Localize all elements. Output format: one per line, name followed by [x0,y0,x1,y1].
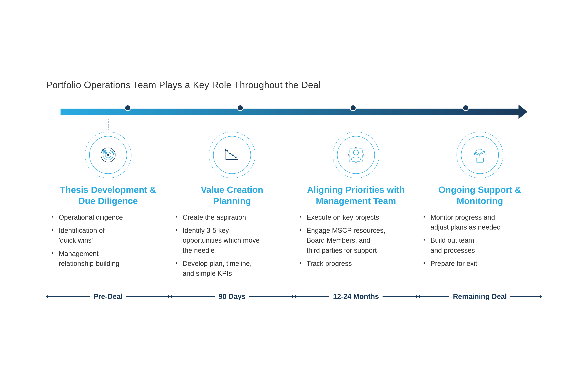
label-remaining: Remaining Deal [418,292,542,301]
bullet-2-1: Create the aspiration [176,212,289,222]
target-icon [98,145,118,165]
column-thesis: Thesis Development &Due Diligence Operat… [46,119,170,282]
svg-marker-28 [474,153,475,155]
label-pre-deal: Pre-Deal [46,292,170,301]
bullet-1-3: Managementrelationship-building [52,249,165,268]
svg-marker-21 [348,154,349,156]
label-line-right-3 [383,296,418,297]
connector-4 [480,119,480,130]
icon-outer-2 [209,132,255,178]
icon-inner-3 [337,136,375,174]
svg-point-11 [227,150,228,152]
label-line-left-1 [46,296,90,297]
icon-inner-2 [213,136,251,174]
svg-point-14 [235,157,236,158]
chart-icon [222,145,242,165]
bullet-list-4: Monitor progress andadjust plans as need… [423,212,536,272]
column-aligning: Aligning Priorities withManagement Team … [294,119,418,282]
plant-icon [470,145,490,165]
label-line-left-3 [294,296,329,297]
label-line-left-4 [418,296,449,297]
label-line-left-2 [170,296,215,297]
page-title: Portfolio Operations Team Plays a Key Ro… [46,79,542,90]
section-title-3: Aligning Priorities withManagement Team [307,184,405,207]
label-12-24: 12-24 Months [294,292,418,301]
label-line-right-4 [510,296,542,297]
svg-marker-10 [236,159,238,160]
bullet-4-1: Monitor progress andadjust plans as need… [423,212,536,232]
svg-marker-23 [363,154,364,156]
icon-outer-4 [457,132,503,178]
svg-marker-19 [355,162,357,163]
icon-outer-3 [333,132,379,178]
dots-overlay [60,105,533,111]
bullet-2-3: Develop plan, timeline,and simple KPIs [176,259,289,278]
bullet-3-3: Track progress [299,259,412,268]
connector-3 [356,119,356,130]
label-text-2: 90 Days [215,292,249,301]
timeline-dot-4 [463,105,469,111]
svg-point-15 [354,150,358,155]
label-90-days: 90 Days [170,292,294,301]
connector-1 [108,119,108,130]
bullet-4-2: Build out teamand processes [423,235,536,255]
column-value: Value CreationPlanning Create the aspira… [170,119,294,282]
label-line-right-1 [126,296,170,297]
icon-outer-1 [85,132,131,178]
svg-marker-9 [225,149,227,151]
label-text-1: Pre-Deal [90,292,126,301]
bullet-list-2: Create the aspiration Identify 3-5 keyop… [176,212,289,282]
label-arrow-3: 12-24 Months [294,292,418,301]
bullet-4-3: Prepare for exit [423,259,536,268]
bullet-1-1: Operational diligence [52,212,165,222]
section-title-2: Value CreationPlanning [201,184,263,207]
timeline-wrapper [46,105,542,119]
label-arrow-4: Remaining Deal [418,292,542,301]
timeline-labels: Pre-Deal 90 Days 12-24 Months Remaining … [46,292,542,301]
label-arrow-2: 90 Days [170,292,294,301]
timeline-dot-1 [125,105,131,111]
svg-point-12 [229,153,231,154]
bullet-3-1: Execute on key projects [299,212,412,222]
label-text-3: 12-24 Months [329,292,383,301]
svg-marker-17 [355,147,357,148]
label-arrow-1: Pre-Deal [46,292,170,301]
icon-inner-1 [89,136,127,174]
label-line-right-2 [249,296,294,297]
bullet-list-3: Execute on key projects Engage MSCP reso… [299,212,412,272]
page: Portfolio Operations Team Plays a Key Ro… [25,65,563,315]
bullet-list-1: Operational diligence Identification of'… [52,212,165,272]
timeline-dot-3 [350,105,356,111]
columns: Thesis Development &Due Diligence Operat… [46,119,542,282]
column-ongoing: Ongoing Support &Monitoring Monitor prog… [418,119,542,282]
label-text-4: Remaining Deal [449,292,510,301]
connector-2 [232,119,232,130]
bullet-3-2: Engage MSCP resources,Board Members, and… [299,226,412,255]
bullet-2-2: Identify 3-5 keyopportunities which move… [176,226,289,255]
svg-point-13 [232,154,234,156]
section-title-1: Thesis Development &Due Diligence [60,184,156,207]
svg-point-3 [107,154,109,156]
timeline-dot-2 [237,105,244,111]
person-arrows-icon [346,145,366,165]
bullet-1-2: Identification of'quick wins' [52,226,165,245]
section-title-4: Ongoing Support &Monitoring [438,184,521,207]
icon-inner-4 [461,136,499,174]
svg-rect-25 [476,158,483,162]
